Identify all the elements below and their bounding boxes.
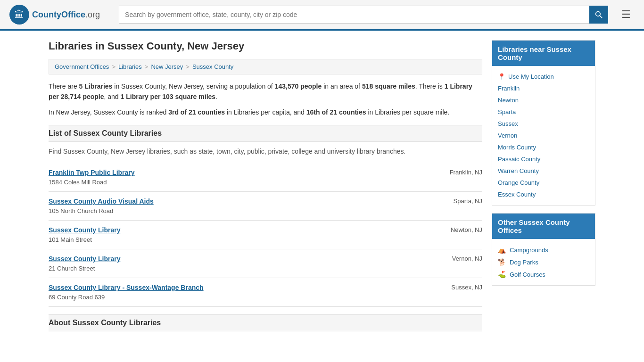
list-description: Find Sussex County, New Jersey libraries… [49,147,482,156]
nearby-content: 📍 Use My Location FranklinNewtonSpartaSu… [492,66,595,205]
sidebar: Libraries near Sussex County 📍 Use My Lo… [492,40,595,331]
logo-link[interactable]: 🏛 CountyOffice.org [9,5,100,25]
library-name-link[interactable]: Sussex County Audio Visual Aids [49,197,154,205]
library-city: Vernon, NJ [452,255,482,262]
library-item-left: Franklin Twp Public Library 1584 Coles M… [49,169,135,186]
office-icon: 🐕 [498,258,506,266]
breadcrumb-link-govt[interactable]: Government Offices [55,63,109,70]
breadcrumb-link-sussex[interactable]: Sussex County [192,63,233,70]
nearby-link[interactable]: Warren County [498,165,589,177]
menu-button[interactable]: ☰ [618,7,635,23]
search-icon [595,11,603,18]
rank-capita: 3rd of 21 counties [168,108,225,116]
nearby-link[interactable]: Franklin [498,82,589,94]
nearby-link[interactable]: Essex County [498,189,589,200]
rank-sqmi: 16th of 21 counties [306,108,366,116]
other-office-link[interactable]: ⛳Golf Courses [498,268,589,280]
logo-text: CountyOffice.org [32,10,100,20]
nearby-link[interactable]: Orange County [498,177,589,189]
office-label: Dog Parks [510,259,538,266]
nearby-link[interactable]: Sparta [498,106,589,118]
library-name-link[interactable]: Franklin Twp Public Library [49,169,135,176]
library-list: Franklin Twp Public Library 1584 Coles M… [49,163,482,307]
breadcrumb-sep-2: > [145,63,149,70]
library-item: Franklin Twp Public Library 1584 Coles M… [49,163,482,192]
library-address: 105 North Church Road [49,207,113,214]
main-content: Libraries in Sussex County, New Jersey G… [49,40,482,331]
library-name-link[interactable]: Sussex County Library [49,226,121,234]
nearby-links: FranklinNewtonSpartaSussexVernonMorris C… [498,82,589,200]
use-my-location-link[interactable]: 📍 Use My Location [498,71,589,82]
logo-icon: 🏛 [9,5,29,25]
library-item: Sussex County Library - Sussex-Wantage B… [49,278,482,307]
breadcrumb-link-libraries[interactable]: Libraries [118,63,142,70]
svg-line-1 [600,16,602,18]
population: 143,570 people [275,82,322,90]
search-area [119,6,608,24]
other-office-link[interactable]: 🐕Dog Parks [498,256,589,268]
library-name-link[interactable]: Sussex County Library - Sussex-Wantage B… [49,284,204,291]
library-address: 69 County Road 639 [49,294,105,301]
office-label: Campgrounds [510,247,548,254]
office-icon: ⛳ [498,271,506,278]
nearby-link[interactable]: Newton [498,94,589,106]
breadcrumb-link-nj[interactable]: New Jersey [151,63,183,70]
nearby-link[interactable]: Sussex [498,118,589,130]
library-address: 21 Church Street [49,265,95,272]
pin-icon: 📍 [498,73,505,80]
info-paragraph-2: In New Jersey, Sussex County is ranked 3… [49,107,482,117]
library-item: Sussex County Library 101 Main Street Ne… [49,221,482,249]
nearby-link[interactable]: Passaic County [498,153,589,165]
office-icon: ⛺ [498,246,506,254]
breadcrumb-sep-1: > [112,63,116,70]
about-heading: About Sussex County Libraries [49,314,482,331]
other-offices-content: ⛺Campgrounds🐕Dog Parks⛳Golf Courses [492,239,595,285]
breadcrumb: Government Offices > Libraries > New Jer… [49,59,482,74]
page-header: 🏛 CountyOffice.org ☰ [0,0,644,31]
library-item-left: Sussex County Library 101 Main Street [49,226,121,243]
office-label: Golf Courses [510,271,545,278]
other-office-link[interactable]: ⛺Campgrounds [498,244,589,256]
library-item: Sussex County Audio Visual Aids 105 Nort… [49,192,482,221]
main-container: Libraries in Sussex County, New Jersey G… [39,31,605,341]
other-offices-title: Other Sussex County Offices [492,214,595,239]
breadcrumb-sep-3: > [186,63,190,70]
info-paragraph-1: There are 5 Libraries in Sussex County, … [49,81,482,102]
library-city: Sparta, NJ [454,197,482,205]
library-item-left: Sussex County Library - Sussex-Wantage B… [49,284,204,301]
page-title: Libraries in Sussex County, New Jersey [49,40,482,52]
nearby-title: Libraries near Sussex County [492,41,595,66]
library-item: Sussex County Library 21 Church Street V… [49,249,482,278]
library-city: Franklin, NJ [450,169,482,176]
search-button[interactable] [589,6,608,24]
nearby-link[interactable]: Morris County [498,141,589,153]
use-my-location-label: Use My Location [508,73,554,80]
library-city: Sussex, NJ [451,284,482,291]
library-item-left: Sussex County Library 21 Church Street [49,255,121,272]
lib-count: 5 Libraries [79,82,113,90]
library-name-link[interactable]: Sussex County Library [49,255,121,263]
list-heading: List of Sussex County Libraries [49,125,482,142]
search-input[interactable] [119,6,589,24]
nearby-box: Libraries near Sussex County 📍 Use My Lo… [492,40,595,206]
library-item-left: Sussex County Audio Visual Aids 105 Nort… [49,197,154,214]
library-city: Newton, NJ [451,226,482,233]
library-address: 101 Main Street [49,236,92,243]
nearby-link[interactable]: Vernon [498,130,589,141]
area: 518 square miles [362,82,415,90]
svg-point-0 [596,12,601,16]
library-address: 1584 Coles Mill Road [49,179,107,186]
other-offices-box: Other Sussex County Offices ⛺Campgrounds… [492,213,595,286]
menu-icon: ☰ [621,8,631,20]
per-sqmi: 1 Library per 103 square miles [121,93,216,100]
